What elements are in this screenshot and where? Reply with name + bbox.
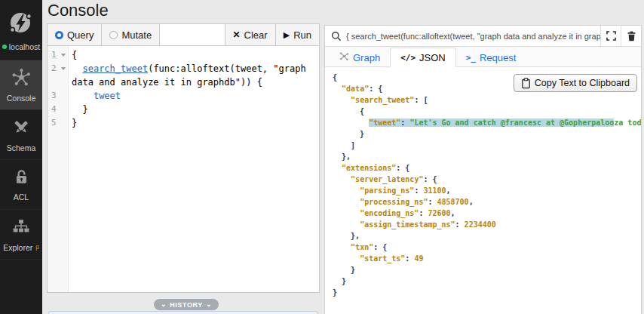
toolbar-spacer [160,24,224,45]
line-number: 3 [48,89,68,103]
graph-icon [339,51,349,63]
tab-request[interactable]: >_Request [456,48,526,67]
clear-button[interactable]: ✕ Clear [225,24,275,45]
query-code-editor[interactable]: 1{2 search_tweet(func:alloftext(tweet, "… [48,46,319,292]
terminal-icon: >_ [466,53,476,63]
fullscreen-button[interactable] [600,26,621,46]
results-panel: { search_tweet(func:alloftext(tweet, "gr… [324,25,642,314]
json-line: "parsing_ns": 31100, [333,185,641,196]
radio-unselected-icon [109,31,118,39]
json-line: } [333,264,641,276]
sidebar-item-console[interactable]: Console [0,60,42,110]
code-line: 3 tweet [48,89,319,103]
query-mode-label: Query [67,29,94,41]
page-title: Console [48,1,109,20]
line-number [48,75,68,89]
json-lines: { "data": { "search_tweet": [ { "tweet":… [333,72,641,298]
query-preview[interactable]: { search_tweet(func:alloftext(tweet, "gr… [346,32,600,41]
json-line: }, [333,151,641,162]
tab-label: JSON [419,52,446,63]
line-number: 5 [48,116,68,130]
copy-to-clipboard-button[interactable]: Copy Text to Clipboard [514,74,637,92]
status-dot [2,45,7,49]
dgraph-logo-icon [8,9,35,39]
query-panel: Query Mutate ✕ Clear ▶ Run 1{2 search_tw… [47,23,320,293]
sidebar-item-label: localhost [2,42,40,51]
json-line: "extensions": { [333,162,641,174]
chevron-down-icon: ⌄ [206,300,212,308]
json-line: "assign_timestamp_ns": 2234400 [333,219,641,230]
code-text: search_tweet(func:alloftext(tweet, "grap… [68,62,306,75]
fold-arrow-icon[interactable] [61,67,66,70]
beta-badge: β [35,244,39,251]
code-line: 4 } [48,103,319,116]
history-panel-edge[interactable] [48,311,318,314]
schema-icon [11,118,31,140]
sidebar-item-label: ACL [14,192,29,202]
tab-label: Request [480,52,516,63]
json-line: "tweet": "Let's Go and catch @francesc a… [333,117,641,128]
code-line: 2 search_tweet(func:alloftext(tweet, "gr… [48,62,319,75]
code-text: data and analyze it in graphdb")) { [68,75,262,89]
sidebar-item-explorer[interactable]: Explorerβ [0,210,42,260]
json-line: "encoding_ns": 72600, [333,208,641,219]
history-toggle-button[interactable]: ⌄ HISTORY ⌄ [154,299,219,310]
sidebar-item-acl[interactable]: ACL [0,160,42,210]
json-line: "server_latency": { [333,174,641,185]
run-icon: ▶ [284,30,290,40]
sidebar-item-label: Explorerβ [3,243,39,252]
query-mode-button[interactable]: Query [48,24,102,45]
fold-arrow-icon[interactable] [61,54,66,57]
json-line: } [333,128,641,140]
tab-graph[interactable]: Graph [330,48,390,67]
delete-frame-button[interactable] [621,26,641,46]
clear-icon: ✕ [233,29,241,40]
json-line: } [333,276,641,287]
code-text: { [68,48,77,62]
sitemap-icon [11,217,31,240]
app-window: localhostConsoleSchemaACLExplorerβ Conso… [0,0,644,314]
mutate-mode-button[interactable]: Mutate [102,24,160,45]
sidebar-item-localhost[interactable]: localhost [0,0,42,60]
line-number: 2 [48,62,68,75]
json-line: "search_tweet": [ [333,94,641,106]
sidebar-item-label: Console [7,94,36,103]
tab-json[interactable]: </>JSON [390,48,456,67]
code-icon: </> [400,53,416,63]
json-line: "processing_ns": 4858700, [333,196,641,208]
code-text: } [68,103,88,116]
mutate-mode-label: Mutate [121,29,152,41]
code-text: tweet [68,89,121,103]
clear-label: Clear [244,29,268,41]
line-number: 1 [48,48,68,62]
run-button[interactable]: ▶ Run [275,24,319,45]
code-line: data and analyze it in graphdb")) { [48,75,319,89]
tab-label: Graph [353,52,380,63]
line-number: 4 [48,103,68,116]
sidebar: localhostConsoleSchemaACLExplorerβ [0,0,42,314]
radio-selected-icon [55,31,63,39]
query-toolbar: Query Mutate ✕ Clear ▶ Run [48,24,319,46]
code-line: 1{ [48,48,319,62]
sidebar-item-label: Schema [7,143,36,152]
json-output: Copy Text to Clipboard { "data": { "sear… [325,67,641,314]
run-label: Run [293,29,311,41]
json-line: "start_ts": 49 [333,253,641,264]
result-query-bar: { search_tweet(func:alloftext(tweet, "gr… [325,26,641,47]
search-icon [325,31,346,42]
code-text: } [68,116,77,130]
code-line: 5} [48,116,319,130]
console-icon [11,67,32,91]
copy-button-label: Copy Text to Clipboard [535,78,630,88]
clipboard-icon [521,78,531,89]
chevron-down-icon: ⌄ [161,300,167,308]
json-line: } [333,287,641,298]
history-label: HISTORY [170,301,203,309]
lock-icon [12,168,31,189]
json-line: "txn": { [333,242,641,253]
json-line: }, [333,230,641,242]
sidebar-item-schema[interactable]: Schema [0,110,42,160]
json-line: ] [333,140,641,151]
results-tabbar: Graph</>JSON>_Request [325,47,641,67]
json-line: { [333,106,641,117]
